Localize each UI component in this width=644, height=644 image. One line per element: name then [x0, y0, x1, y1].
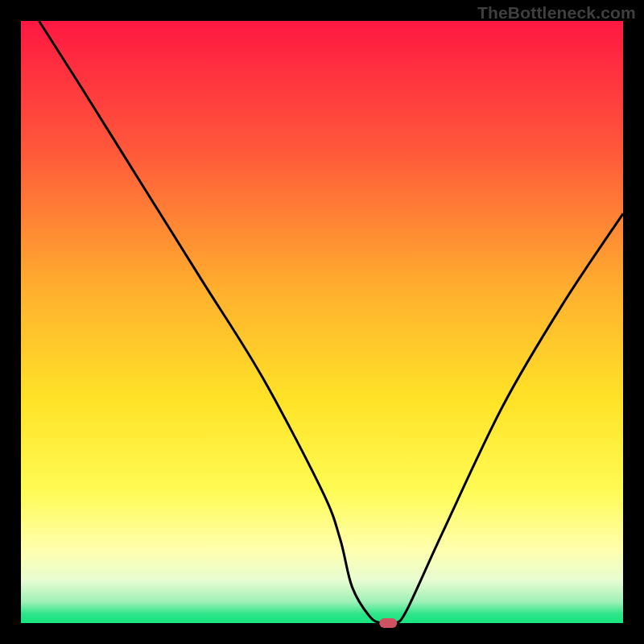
optimal-point-marker: [379, 618, 397, 628]
watermark-text: TheBottleneck.com: [477, 3, 636, 23]
chart-canvas: [0, 0, 644, 644]
plot-background: [21, 21, 623, 623]
bottleneck-chart: TheBottleneck.com: [0, 0, 644, 644]
